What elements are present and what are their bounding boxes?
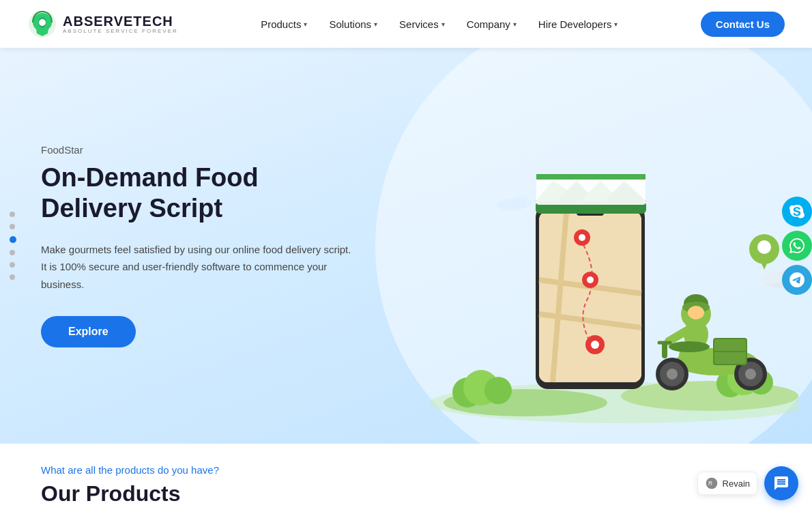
svg-rect-30 — [536, 174, 646, 180]
hero-content: FoodStar On-Demand Food Delivery Script … — [0, 89, 396, 403]
hero-desc-line1: Make gourmets feel satisfied by using ou… — [41, 244, 351, 255]
hero-illustration — [389, 48, 812, 444]
nav-products-label: Products — [261, 18, 301, 30]
navbar: ABSERVETECH ABSOLUTE SERVICE FOREVER Pro… — [0, 0, 812, 48]
svg-point-18 — [579, 234, 585, 241]
nav-hire-label: Hire Developers — [538, 18, 612, 30]
nav-company-label: Company — [467, 18, 510, 30]
hero-title: On-Demand Food Delivery Script — [41, 162, 355, 225]
svg-point-48 — [745, 369, 756, 380]
social-float-buttons — [782, 197, 812, 295]
chevron-down-icon: ▾ — [513, 20, 517, 28]
logo-icon — [27, 9, 57, 39]
nav-services[interactable]: Services ▾ — [390, 13, 454, 35]
whatsapp-icon — [789, 238, 804, 253]
nav-services-label: Services — [399, 18, 439, 30]
nav-links: Products ▾ Solutions ▾ Services ▾ Compan… — [251, 13, 627, 35]
svg-point-34 — [688, 306, 704, 319]
slide-dots — [10, 212, 16, 280]
logo[interactable]: ABSERVETECH ABSOLUTE SERVICE FOREVER — [27, 9, 178, 39]
bottom-section: What are all the products do you have? O… — [0, 444, 812, 514]
telegram-button[interactable] — [782, 265, 812, 295]
svg-line-36 — [669, 331, 686, 341]
slide-dot-1[interactable] — [10, 212, 15, 217]
svg-point-1 — [39, 19, 46, 26]
skype-icon — [789, 204, 804, 219]
slide-dot-4[interactable] — [10, 250, 15, 255]
logo-name: ABSERVETECH — [63, 14, 178, 29]
whatsapp-button[interactable] — [782, 231, 812, 261]
chevron-down-icon: ▾ — [304, 20, 307, 28]
chevron-down-icon: ▾ — [374, 20, 377, 28]
nav-solutions-label: Solutions — [329, 18, 371, 30]
hero-brand: FoodStar — [41, 144, 355, 156]
svg-point-59 — [512, 196, 532, 208]
chevron-down-icon: ▾ — [441, 20, 445, 28]
svg-point-7 — [484, 377, 512, 404]
slide-dot-3[interactable] — [10, 236, 16, 243]
explore-button[interactable]: Explore — [41, 316, 136, 347]
chevron-down-icon: ▾ — [614, 20, 618, 28]
revain-label: Revain — [723, 479, 750, 489]
svg-point-22 — [591, 341, 599, 349]
svg-point-20 — [587, 276, 594, 283]
chat-widget: R Revain — [697, 466, 798, 500]
slide-dot-5[interactable] — [10, 262, 15, 268]
chat-button[interactable] — [764, 466, 798, 500]
nav-company[interactable]: Company ▾ — [457, 13, 526, 35]
nav-hire-developers[interactable]: Hire Developers ▾ — [529, 13, 628, 35]
hero-desc-line2: It is 100% secure and user-friendly soft… — [41, 261, 327, 290]
svg-point-40 — [669, 341, 710, 352]
skype-button[interactable] — [782, 197, 812, 227]
chat-icon — [773, 475, 789, 491]
nav-products[interactable]: Products ▾ — [251, 13, 317, 35]
revain-badge[interactable]: R Revain — [697, 472, 757, 495]
svg-text:R: R — [708, 480, 712, 487]
hero-section: FoodStar On-Demand Food Delivery Script … — [0, 48, 812, 444]
food-delivery-illustration — [403, 68, 798, 423]
svg-point-45 — [667, 369, 678, 380]
hero-description: Make gourmets feel satisfied by using ou… — [41, 241, 355, 294]
logo-tagline: ABSOLUTE SERVICE FOREVER — [63, 29, 178, 35]
slide-dot-2[interactable] — [10, 224, 15, 229]
our-products-title: Our Products — [41, 481, 771, 506]
nav-solutions[interactable]: Solutions ▾ — [319, 13, 387, 35]
revain-icon: R — [705, 476, 719, 490]
bottom-question: What are all the products do you have? — [41, 464, 771, 476]
contact-button[interactable]: Contact Us — [701, 12, 785, 37]
svg-point-54 — [757, 240, 771, 254]
logo-text: ABSERVETECH ABSOLUTE SERVICE FOREVER — [63, 14, 178, 35]
telegram-icon — [789, 272, 804, 287]
slide-dot-6[interactable] — [10, 274, 15, 280]
svg-point-57 — [760, 271, 782, 285]
